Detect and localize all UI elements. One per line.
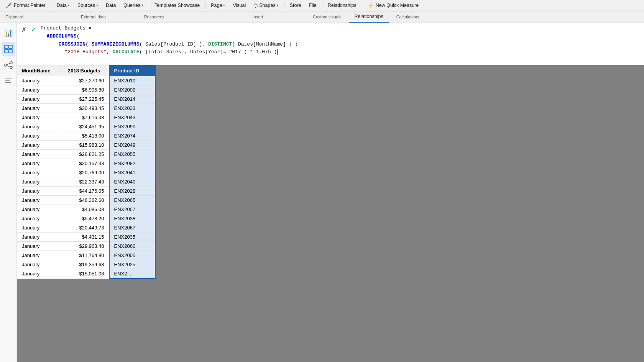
- relationships-button[interactable]: Relationships: [324, 0, 360, 11]
- cell-budgets: $7,616.38: [63, 113, 109, 122]
- table-row: January$27,270.60ENX2010: [17, 76, 155, 85]
- templates-showcase-label: Templates Showcase: [154, 3, 200, 8]
- cell-budgets: $4,431.15: [63, 233, 109, 242]
- cell-monthname: January: [17, 95, 63, 104]
- templates-showcase-button[interactable]: Templates Showcase: [151, 0, 204, 11]
- cell-productid: ENX2057: [109, 205, 155, 214]
- cell-productid: ENX2038: [109, 214, 155, 223]
- shapes-icon: ⬡: [253, 3, 258, 8]
- clipboard-section-label: Clipboard: [2, 15, 27, 19]
- cell-monthname: January: [17, 260, 63, 269]
- cell-monthname: January: [17, 269, 63, 279]
- cell-monthname: January: [17, 223, 63, 233]
- comma-1: ,: [107, 49, 113, 55]
- svg-point-5: [10, 62, 12, 64]
- file-button-label: File: [309, 3, 317, 8]
- cell-budgets: $29,963.48: [63, 242, 109, 251]
- report-view-icon[interactable]: 📊: [2, 26, 15, 40]
- queries-menu-button[interactable]: Queries ▾: [120, 0, 147, 11]
- cell-productid: ENX2082: [109, 159, 155, 168]
- addcolumns-keyword: ADDCOLUMNS: [47, 33, 77, 39]
- custom-visuals-section-label: Custom visuals: [309, 15, 345, 19]
- formula-line-2: CROSSJOIN( SUMMARIZECOLUMNS( Sales[Produ…: [41, 41, 641, 49]
- table-row: January$4,086.08ENX2057: [17, 205, 155, 214]
- distinct-args: ( Dates[MonthName] ) ),: [232, 41, 301, 47]
- cell-monthname: January: [17, 141, 63, 150]
- model-view-icon[interactable]: [2, 58, 15, 72]
- new-quick-measure-label: New Quick Measure: [376, 3, 419, 8]
- svg-rect-1: [9, 45, 12, 49]
- data-button[interactable]: Data: [102, 0, 120, 11]
- table-row: January$5,478.20ENX2038: [17, 214, 155, 223]
- shapes-menu-caret: ▾: [277, 3, 279, 7]
- formula-content: Product Budgets = ADDCOLUMNS( CROSSJOIN(…: [41, 25, 641, 56]
- svg-line-7: [7, 63, 10, 65]
- cell-productid: ENX2010: [109, 76, 155, 85]
- main-content: ✗ ✓ Product Budgets = ADDCOLUMNS( CROSSJ…: [17, 23, 644, 362]
- paren-open-1: (: [77, 33, 80, 39]
- formula-controls: ✗ ✓: [20, 25, 38, 34]
- cell-productid: ENX2049: [109, 141, 155, 150]
- table-row: January$20,157.33ENX2082: [17, 159, 155, 168]
- cell-productid: ENX2055: [109, 150, 155, 159]
- cell-budgets: $4,086.08: [63, 205, 109, 214]
- formula-line-3: "2018 Budgets", CALCULATE( [Total Sales]…: [41, 48, 641, 56]
- cell-budgets: $5,478.20: [63, 214, 109, 223]
- table-row: January$24,451.95ENX2090: [17, 122, 155, 131]
- page-menu-button[interactable]: Page ▾: [207, 0, 229, 11]
- cell-monthname: January: [17, 233, 63, 242]
- table-row: January$15,983.10ENX2049: [17, 141, 155, 150]
- table-row: January$46,362.60ENX2065: [17, 196, 155, 205]
- store-button-label: Store: [290, 3, 301, 8]
- formula-cancel-button[interactable]: ✗: [20, 25, 28, 34]
- cell-monthname: January: [17, 159, 63, 168]
- crossjoin-keyword: CROSSJOIN: [59, 41, 85, 47]
- new-quick-measure-button[interactable]: ⚡ New Quick Measure: [364, 0, 423, 11]
- relationships-tab[interactable]: Relationships: [349, 11, 389, 23]
- cell-budgets: $11,764.80: [63, 251, 109, 260]
- cell-budgets: $6,905.80: [63, 85, 109, 95]
- format-painter-button[interactable]: 🖌️ Format Painter: [2, 0, 49, 11]
- table-row: January$27,225.45ENX2014: [17, 95, 155, 104]
- cell-budgets: $44,176.05: [63, 187, 109, 196]
- store-button[interactable]: Store: [286, 0, 305, 11]
- page-menu-caret: ▾: [223, 3, 225, 7]
- calculate-keyword: CALCULATE: [112, 49, 139, 55]
- table-row: January$7,616.38ENX2043: [17, 113, 155, 122]
- cell-productid: ENX2009: [109, 85, 155, 95]
- cell-productid: ENX2...: [109, 269, 155, 279]
- cell-monthname: January: [17, 150, 63, 159]
- cell-budgets: $27,225.45: [63, 95, 109, 104]
- calculations-section-label: Calculations: [393, 15, 423, 19]
- shapes-menu-button[interactable]: ⬡ Shapes ▾: [250, 0, 282, 11]
- data-menu-button[interactable]: Data ▾: [53, 0, 74, 11]
- sidebar: 📊: [0, 23, 17, 362]
- ribbon-divider-5: [322, 2, 322, 9]
- formula-confirm-button[interactable]: ✓: [30, 25, 38, 34]
- data-view-icon[interactable]: [2, 42, 15, 56]
- col-header-budgets[interactable]: 2018 Budgets: [63, 66, 109, 76]
- cell-budgets: $46,362.60: [63, 196, 109, 205]
- visual-button[interactable]: Visual: [229, 0, 250, 11]
- table-row: January$22,337.43ENX2040: [17, 177, 155, 187]
- cell-productid: ENX2065: [109, 196, 155, 205]
- summarize-args: ( Sales[Product ID] ),: [139, 41, 208, 47]
- cell-productid: ENX2074: [109, 131, 155, 141]
- col-header-monthname[interactable]: MonthName: [17, 66, 63, 76]
- new-quick-measure-icon: ⚡: [368, 3, 374, 8]
- sources-menu-button[interactable]: Sources ▾: [74, 0, 102, 11]
- table-row: January$6,905.80ENX2009: [17, 85, 155, 95]
- dax-query-icon[interactable]: [2, 74, 15, 88]
- svg-rect-2: [5, 49, 8, 53]
- data-table: MonthName 2018 Budgets Product ID Januar…: [17, 65, 156, 279]
- col-header-productid[interactable]: Product ID: [109, 66, 155, 76]
- ribbon-divider-2: [149, 2, 149, 9]
- file-button[interactable]: File: [305, 0, 320, 11]
- insert-section-label: Insert: [249, 15, 267, 19]
- cell-monthname: January: [17, 122, 63, 131]
- ribbon-divider-6: [362, 2, 362, 9]
- ribbon-divider-3: [205, 2, 205, 9]
- cell-budgets: $20,769.00: [63, 168, 109, 177]
- queries-menu-label: Queries: [123, 3, 140, 8]
- cell-monthname: January: [17, 187, 63, 196]
